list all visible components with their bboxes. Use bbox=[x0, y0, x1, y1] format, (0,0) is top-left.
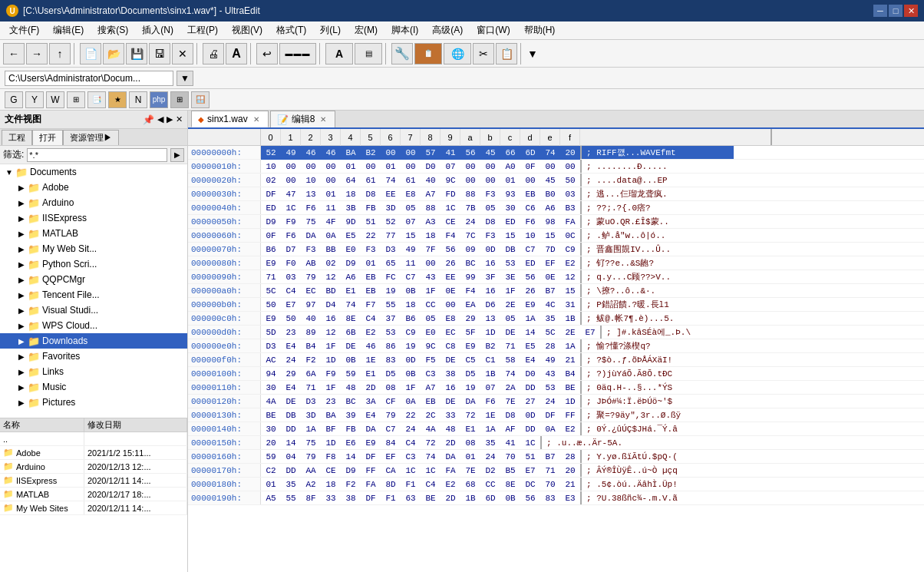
hex-byte-cell[interactable]: 74 bbox=[540, 146, 560, 160]
hex-data-row[interactable]: 00000180h:0135A218F2FA8DF1C4E268CC8EDC70… bbox=[188, 478, 924, 491]
file-list-row[interactable]: 📁Arduino2020/12/13 12:... bbox=[0, 460, 187, 474]
tree-item[interactable]: ▶📁Arduino bbox=[0, 195, 187, 210]
hex-byte-cell[interactable]: C5 bbox=[460, 353, 480, 367]
tb2-btn3[interactable]: W bbox=[46, 91, 64, 108]
hex-byte-cell[interactable]: 00 bbox=[540, 160, 560, 174]
hex-byte-cell[interactable]: B4 bbox=[560, 367, 580, 381]
hex-byte-cell[interactable]: 74 bbox=[421, 450, 441, 464]
hex-byte-cell[interactable]: 1C bbox=[441, 201, 460, 215]
hex-data-row[interactable]: 00000050h:D9F9754F9D515207A3CE24D8EDF698… bbox=[188, 215, 924, 229]
tab-sinx1wav[interactable]: ◆ sinx1.wav ✕ bbox=[191, 111, 269, 127]
hex-byte-cell[interactable]: 6B bbox=[341, 326, 361, 339]
hex-byte-cell[interactable]: 4A bbox=[261, 395, 281, 408]
find-button[interactable]: A bbox=[226, 43, 247, 64]
hex-byte-cell[interactable]: 26 bbox=[520, 284, 540, 298]
hex-byte-cell[interactable]: 1E bbox=[480, 408, 500, 422]
tb2-btn8[interactable]: php bbox=[150, 91, 168, 108]
hex-byte-cell[interactable]: 02 bbox=[261, 174, 281, 187]
minimize-button[interactable]: ─ bbox=[873, 5, 887, 17]
hex-byte-cell[interactable]: FB bbox=[341, 422, 361, 436]
hex-byte-cell[interactable]: BE bbox=[261, 408, 281, 422]
hex-byte-cell[interactable]: 14 bbox=[341, 450, 361, 464]
hex-byte-cell[interactable]: 4C bbox=[540, 298, 560, 312]
bold-button[interactable]: A bbox=[325, 43, 353, 64]
tree-item[interactable]: ▶📁Python Scri... bbox=[0, 256, 187, 272]
hex-byte-cell[interactable]: 59 bbox=[341, 367, 361, 381]
tree-expander[interactable]: ▶ bbox=[15, 350, 28, 362]
hex-byte-cell[interactable]: AA bbox=[301, 464, 321, 478]
tree-expander[interactable]: ▶ bbox=[15, 227, 28, 240]
hex-byte-cell[interactable]: 29 bbox=[281, 367, 301, 381]
hex-byte-cell[interactable]: F3 bbox=[480, 229, 500, 243]
hex-byte-cell[interactable]: ED bbox=[520, 256, 540, 270]
hex-byte-cell[interactable]: 00 bbox=[401, 146, 421, 160]
hex-byte-cell[interactable]: DC bbox=[520, 478, 540, 491]
hex-byte-cell[interactable]: 47 bbox=[281, 187, 301, 201]
hex-byte-cell[interactable]: E8 bbox=[401, 187, 421, 201]
hex-byte-cell[interactable]: 46 bbox=[361, 339, 381, 353]
menu-item-n[interactable]: 插入(N) bbox=[136, 22, 180, 38]
hex-byte-cell[interactable]: CF bbox=[381, 395, 401, 408]
hex-byte-cell[interactable]: 41 bbox=[500, 436, 520, 450]
hex-byte-cell[interactable]: 1A bbox=[480, 422, 500, 436]
hex-byte-cell[interactable]: 00 bbox=[401, 160, 421, 174]
hex-byte-cell[interactable]: 37 bbox=[381, 312, 401, 326]
hex-byte-cell[interactable]: 00 bbox=[281, 174, 301, 187]
hex-byte-cell[interactable]: C7 bbox=[381, 422, 401, 436]
hex-byte-cell[interactable]: 5C bbox=[261, 284, 281, 298]
hex-byte-cell[interactable]: EE bbox=[381, 187, 401, 201]
hex-byte-cell[interactable]: 22 bbox=[361, 229, 381, 243]
tb2-btn9[interactable]: ⊞ bbox=[170, 91, 189, 108]
hex-data-row[interactable]: 00000060h:0FF6DA0AE522771518F47CF3151015… bbox=[188, 229, 924, 243]
hex-byte-cell[interactable]: 00 bbox=[281, 160, 301, 174]
hex-byte-cell[interactable]: 71 bbox=[540, 464, 560, 478]
hex-byte-cell[interactable]: 0C bbox=[560, 229, 580, 243]
hex-data-row[interactable]: 00000010h:1000000001000100D0070000A00F00… bbox=[188, 160, 924, 174]
hex-byte-cell[interactable]: B2 bbox=[480, 339, 500, 353]
menu-item-w[interactable]: 窗口(W) bbox=[470, 22, 516, 38]
hex-byte-cell[interactable]: 00 bbox=[321, 160, 341, 174]
hex-byte-cell[interactable]: F9 bbox=[281, 215, 301, 229]
hex-byte-cell[interactable]: 2D bbox=[441, 491, 460, 505]
hex-byte-cell[interactable]: 70 bbox=[500, 450, 520, 464]
hex-byte-cell[interactable]: D6 bbox=[480, 298, 500, 312]
hex-byte-cell[interactable]: 88 bbox=[460, 187, 480, 201]
hex-byte-cell[interactable]: C4 bbox=[281, 284, 301, 298]
hex-byte-cell[interactable]: 01 bbox=[361, 256, 381, 270]
hex-byte-cell[interactable]: 2D bbox=[441, 436, 460, 450]
hex-byte-cell[interactable]: 9D bbox=[341, 215, 361, 229]
hex-byte-cell[interactable]: C4 bbox=[401, 436, 421, 450]
hex-byte-cell[interactable]: BC bbox=[460, 256, 480, 270]
hex-byte-cell[interactable]: 99 bbox=[460, 270, 480, 284]
hex-byte-cell[interactable]: 24 bbox=[540, 395, 560, 408]
hex-byte-cell[interactable]: 68 bbox=[460, 478, 480, 491]
tree-expander[interactable]: ▶ bbox=[15, 197, 28, 209]
hex-byte-cell[interactable]: E1 bbox=[460, 422, 480, 436]
hex-byte-cell[interactable]: 74 bbox=[381, 174, 401, 187]
hex-byte-cell[interactable]: 46 bbox=[321, 146, 341, 160]
hex-byte-cell[interactable]: F7 bbox=[361, 298, 381, 312]
hex-byte-cell[interactable]: 1B bbox=[480, 367, 500, 381]
hex-byte-cell[interactable]: D9 bbox=[261, 215, 281, 229]
hex-byte-cell[interactable]: E2 bbox=[560, 422, 580, 436]
hex-byte-cell[interactable]: DF bbox=[361, 450, 381, 464]
hex-byte-cell[interactable]: 40 bbox=[301, 312, 321, 326]
tool2-button[interactable]: 📋 bbox=[414, 43, 442, 64]
hex-byte-cell[interactable]: 13 bbox=[480, 312, 500, 326]
hex-byte-cell[interactable]: AF bbox=[500, 422, 520, 436]
hex-byte-cell[interactable]: F6 bbox=[480, 395, 500, 408]
hex-byte-cell[interactable]: DA bbox=[460, 395, 480, 408]
file-list-row[interactable]: 📁Adobe2021/1/2 15:11... bbox=[0, 446, 187, 460]
hex-byte-cell[interactable]: DD bbox=[281, 464, 301, 478]
hex-byte-cell[interactable]: 3B bbox=[341, 201, 361, 215]
hex-byte-cell[interactable]: DF bbox=[261, 187, 281, 201]
tb2-btn1[interactable]: G bbox=[5, 91, 23, 108]
hex-byte-cell[interactable]: BB bbox=[321, 243, 341, 256]
hex-byte-cell[interactable]: 71 bbox=[301, 381, 321, 395]
hex-byte-cell[interactable]: 00 bbox=[480, 160, 500, 174]
hex-byte-cell[interactable]: 86 bbox=[381, 339, 401, 353]
hex-byte-cell[interactable]: EB bbox=[361, 270, 381, 284]
hex-byte-cell[interactable]: 01 bbox=[341, 160, 361, 174]
menu-item-a[interactable]: 高级(A) bbox=[426, 22, 469, 38]
hex-byte-cell[interactable]: E4 bbox=[520, 353, 540, 367]
